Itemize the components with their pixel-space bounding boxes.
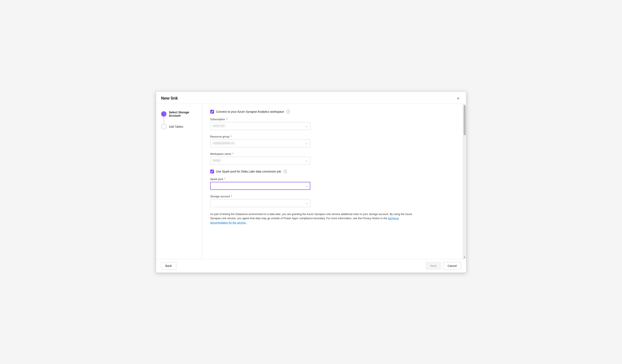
step-connector-1 xyxy=(164,116,164,125)
subscription-select-wrapper: ••••••• ••••• ⌄ xyxy=(210,122,310,130)
resource-group-blurred-value: ••••••••••••••••••• ••• xyxy=(213,142,235,145)
next-button[interactable]: Next xyxy=(426,262,441,270)
spark-pool-dropdown[interactable] xyxy=(210,182,310,190)
storage-account-label: Storage account * xyxy=(210,195,454,198)
main-content: Connect to your Azure Synapse Analytics … xyxy=(202,104,463,259)
connect-info-icon[interactable]: i xyxy=(287,110,290,113)
step-circle-1 xyxy=(161,111,167,117)
step-item-1: Select Storage Account xyxy=(161,111,197,117)
connect-checkbox-row: Connect to your Azure Synapse Analytics … xyxy=(210,110,454,114)
resource-group-dropdown[interactable]: ••••••••••••••••••• ••• xyxy=(210,139,310,147)
resource-group-required: * xyxy=(230,135,232,138)
spark-pool-required: * xyxy=(224,177,225,181)
spark-pool-label: Spark pool * xyxy=(210,177,454,181)
spark-pool-select-wrapper: ⌄ xyxy=(210,182,310,190)
step-label-2: Add Tables xyxy=(169,125,183,128)
storage-account-required: * xyxy=(230,195,232,198)
dialog-body: Select Storage Account Add Tables Connec… xyxy=(156,104,466,259)
dialog-title: New link xyxy=(161,96,178,101)
workspace-name-label: Workspace name * xyxy=(210,152,454,155)
resource-group-select-wrapper: ••••••••••••••••••• ••• ⌄ xyxy=(210,139,310,147)
connect-checkbox-label: Connect to your Azure Synapse Analytics … xyxy=(216,110,284,113)
spark-checkbox-label: Use Spark pool for Delta Lake data conve… xyxy=(216,170,281,173)
step-item-2: Add Tables xyxy=(161,124,197,129)
subscription-required: * xyxy=(225,118,227,121)
subscription-blurred-value: ••••••• ••••• xyxy=(213,124,225,128)
close-button[interactable]: × xyxy=(455,96,461,101)
spark-info-icon[interactable]: i xyxy=(284,170,287,173)
storage-account-dropdown[interactable] xyxy=(210,199,310,207)
workspace-name-blurred-value: •••••••• xyxy=(213,159,220,162)
workspace-name-group: Workspace name * •••••••• ⌄ xyxy=(210,152,454,165)
notice-text: As part of linking the Dataverse environ… xyxy=(210,212,414,225)
dialog-footer: Back Next Cancel xyxy=(156,259,466,272)
resource-group-label: Resource group * xyxy=(210,135,454,138)
resource-group-group: Resource group * ••••••••••••••••••• •••… xyxy=(210,135,454,147)
notice-text-1: As part of linking the Dataverse environ… xyxy=(210,212,412,220)
cancel-button[interactable]: Cancel xyxy=(443,262,461,270)
step-circle-2 xyxy=(161,124,167,129)
subscription-group: Subscription * ••••••• ••••• ⌄ xyxy=(210,118,454,130)
workspace-name-required: * xyxy=(232,152,233,155)
scrollbar-down-arrow[interactable]: ▼ xyxy=(463,256,466,259)
steps-sidebar: Select Storage Account Add Tables xyxy=(156,104,202,259)
spark-checkbox[interactable] xyxy=(210,170,214,173)
subscription-label: Subscription * xyxy=(210,118,454,121)
new-link-dialog: New link × Select Storage Account Add Ta… xyxy=(156,92,466,273)
scrollbar-thumb[interactable] xyxy=(464,106,466,135)
spark-checkbox-row: Use Spark pool for Delta Lake data conve… xyxy=(210,170,454,173)
dialog-header: New link × xyxy=(156,92,466,104)
spark-pool-group: Spark pool * ⌄ xyxy=(210,177,454,190)
storage-account-group: Storage account * ⌄ xyxy=(210,195,454,207)
back-button[interactable]: Back xyxy=(161,262,176,270)
connect-checkbox[interactable] xyxy=(210,110,214,114)
subscription-dropdown[interactable]: ••••••• ••••• xyxy=(210,122,310,130)
step-label-1: Select Storage Account xyxy=(169,111,197,117)
storage-account-select-wrapper: ⌄ xyxy=(210,199,310,207)
scrollbar: ▲ ▼ xyxy=(463,104,466,259)
workspace-name-dropdown[interactable]: •••••••• xyxy=(210,157,310,165)
footer-right: Next Cancel xyxy=(426,262,461,270)
workspace-name-select-wrapper: •••••••• ⌄ xyxy=(210,157,310,165)
footer-left: Back xyxy=(161,262,176,270)
